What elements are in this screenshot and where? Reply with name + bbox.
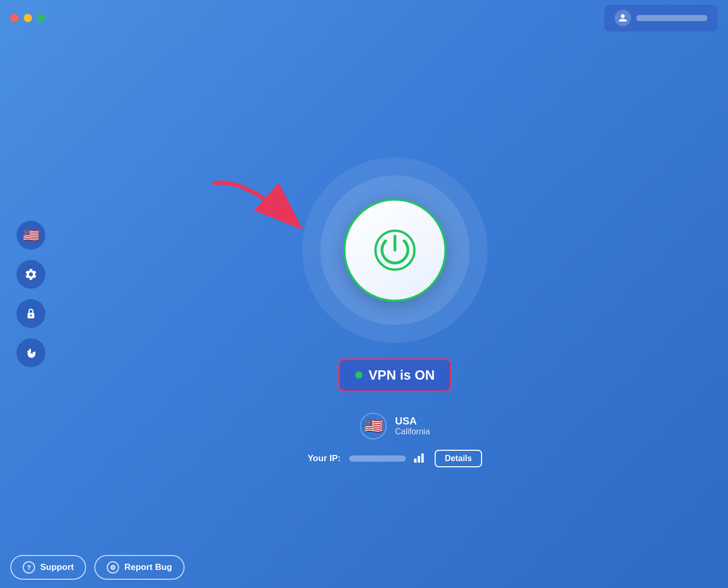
title-bar <box>0 0 728 36</box>
sidebar-item-location[interactable]: 🇺🇸 <box>16 221 45 250</box>
vpn-status-badge: VPN is ON <box>338 358 452 392</box>
report-bug-label: Report Bug <box>124 562 172 573</box>
main-content: VPN is ON 🇺🇸 USA California Your IP: Det… <box>62 36 728 588</box>
flag-icon: 🇺🇸 <box>23 227 39 243</box>
user-email <box>636 15 707 21</box>
power-icon <box>372 227 418 273</box>
hand-icon <box>24 346 38 360</box>
signal-bars-icon <box>414 451 426 463</box>
power-button[interactable] <box>343 199 446 302</box>
gear-icon <box>24 268 38 281</box>
signal-icon <box>414 451 426 466</box>
ripple-middle <box>320 175 470 325</box>
sidebar-item-settings[interactable] <box>16 260 45 289</box>
bug-icon: ⚙ <box>107 561 119 574</box>
svg-rect-4 <box>414 459 417 463</box>
sidebar: 🇺🇸 <box>0 0 62 588</box>
details-button[interactable]: Details <box>435 450 482 467</box>
lock-icon <box>25 307 37 320</box>
sidebar-item-security[interactable] <box>16 299 45 328</box>
country-name: USA <box>395 415 430 427</box>
support-icon: ? <box>23 561 35 574</box>
country-flag: 🇺🇸 <box>360 413 387 439</box>
power-area <box>302 157 488 343</box>
bottom-bar: ? Support ⚙ Report Bug <box>0 547 728 588</box>
support-button[interactable]: ? Support <box>10 555 86 580</box>
vpn-status-text: VPN is ON <box>369 367 435 383</box>
user-avatar <box>615 10 631 26</box>
ip-label: Your IP: <box>308 453 341 464</box>
ripple-outer <box>302 157 488 343</box>
svg-point-1 <box>30 315 32 317</box>
support-label: Support <box>40 562 74 573</box>
region-name: California <box>395 427 430 436</box>
user-account-button[interactable] <box>604 5 718 31</box>
report-bug-button[interactable]: ⚙ Report Bug <box>94 555 185 580</box>
status-dot <box>355 371 362 379</box>
ip-address-blurred <box>349 455 406 462</box>
user-icon <box>618 13 627 23</box>
location-row: 🇺🇸 USA California <box>360 413 430 439</box>
location-text: USA California <box>395 415 430 436</box>
ip-row: Your IP: Details <box>308 450 482 467</box>
sidebar-item-block[interactable] <box>16 338 45 367</box>
svg-rect-6 <box>421 453 424 463</box>
svg-rect-5 <box>418 456 420 463</box>
